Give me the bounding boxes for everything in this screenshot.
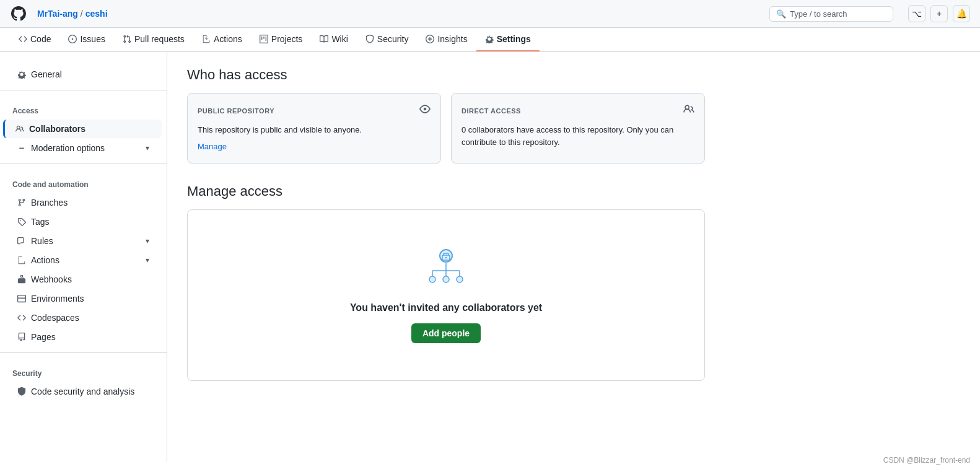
sidebar-general-label: General [31,69,62,79]
sidebar-code-automation-section: Code and automation [0,170,167,193]
sidebar-environments-label: Environments [31,294,84,304]
nav-actions[interactable]: Actions [193,28,251,51]
github-logo[interactable] [10,5,27,22]
sidebar-item-environments[interactable]: Environments [5,289,162,308]
repo-nav: Code Issues Pull requests Actions Projec… [0,28,980,52]
main-layout: General Access Collaborators Moderation … [0,52,980,462]
sidebar-rules-label: Rules [31,236,53,246]
search-box[interactable]: 🔍 Type / to search [769,6,893,22]
sidebar-item-actions[interactable]: Actions ▾ [5,251,162,269]
sidebar-collaborators-label: Collaborators [29,124,85,134]
public-repo-label: PUBLIC REPOSITORY [198,107,274,115]
sidebar-branches-label: Branches [31,198,68,208]
manage-access-box: You haven't invited any collaborators ye… [187,209,705,381]
sidebar-item-moderation[interactable]: Moderation options ▾ [5,139,162,157]
nav-security[interactable]: Security [357,28,418,51]
repo-breadcrumb: MrTai-ang / ceshi [37,9,108,19]
terminal-button[interactable]: ⌥ [908,5,925,22]
chevron-down-icon-rules: ▾ [146,237,149,245]
nav-pull-requests[interactable]: Pull requests [114,28,193,51]
svg-point-10 [443,276,449,282]
sidebar-tags-label: Tags [31,217,50,227]
nav-settings[interactable]: Settings [476,28,540,51]
sidebar-access-section: Access [0,97,167,119]
sidebar-pages-label: Pages [31,332,56,342]
sidebar-item-webhooks[interactable]: Webhooks [5,270,162,289]
sidebar-code-security-label: Code security and analysis [31,387,134,396]
svg-point-9 [429,276,435,282]
chevron-down-icon: ▾ [146,144,149,152]
settings-sidebar: General Access Collaborators Moderation … [0,52,167,462]
public-repo-text: This repository is public and visible to… [198,124,431,136]
add-people-button[interactable]: Add people [411,323,481,343]
top-bar-actions: ⌥ + 🔔 [908,5,970,22]
sidebar-item-collaborators[interactable]: Collaborators [3,120,162,138]
eye-icon [419,103,431,118]
access-cards: PUBLIC REPOSITORY This repository is pub… [187,93,705,164]
sidebar-codespaces-label: Codespaces [31,313,79,323]
manage-access-title: Manage access [187,183,705,199]
plus-button[interactable]: + [930,5,948,22]
sidebar-item-pages[interactable]: Pages [5,328,162,346]
nav-insights[interactable]: Insights [417,28,476,51]
nav-issues[interactable]: Issues [59,28,113,51]
sidebar-item-tags[interactable]: Tags [5,212,162,231]
sidebar-item-rules[interactable]: Rules ▾ [5,232,162,250]
nav-code[interactable]: Code [10,28,59,51]
no-collaborators-text: You haven't invited any collaborators ye… [350,302,542,313]
direct-access-card: DIRECT ACCESS 0 collaborators have acces… [451,93,705,164]
sidebar-moderation-label: Moderation options [31,143,105,153]
sidebar-item-code-security[interactable]: Code security and analysis [5,382,162,401]
direct-access-label: DIRECT ACCESS [462,107,521,115]
sidebar-actions-label: Actions [31,255,59,265]
who-has-access-title: Who has access [187,67,705,83]
watermark: CSDN @Blizzar_front-end [883,456,970,462]
sidebar-webhooks-label: Webhooks [31,274,72,284]
sidebar-item-branches[interactable]: Branches [5,193,162,212]
collaborators-illustration [421,247,471,292]
search-icon: 🔍 [776,9,786,19]
svg-point-3 [445,257,447,258]
nav-wiki[interactable]: Wiki [311,28,356,51]
settings-content: Who has access PUBLIC REPOSITORY This re… [167,52,725,462]
direct-access-text: 0 collaborators have access to this repo… [462,124,694,148]
sidebar-item-general[interactable]: General [5,65,162,84]
top-bar: MrTai-ang / ceshi 🔍 Type / to search ⌥ +… [0,0,980,28]
people-icon [683,103,694,118]
public-repo-card: PUBLIC REPOSITORY This repository is pub… [187,93,441,164]
notification-button[interactable]: 🔔 [953,5,970,22]
nav-projects[interactable]: Projects [251,28,312,51]
sidebar-security-section: Security [0,359,167,382]
sidebar-item-codespaces[interactable]: Codespaces [5,308,162,327]
manage-link[interactable]: Manage [198,142,227,151]
svg-point-11 [457,276,463,282]
chevron-down-icon-actions: ▾ [146,256,149,264]
